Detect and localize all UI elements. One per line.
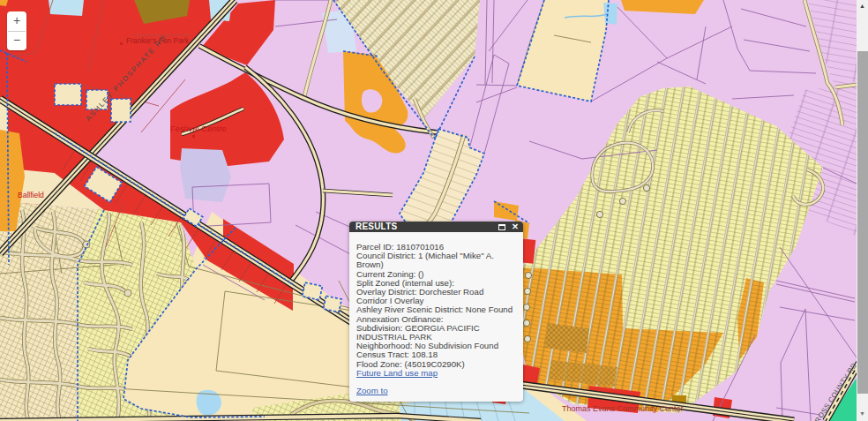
svg-text:Festival Centre: Festival Centre (170, 124, 227, 133)
svg-text:Thomas Evans Community Center: Thomas Evans Community Center (562, 404, 684, 413)
svg-text:Ballfield: Ballfield (18, 191, 44, 199)
